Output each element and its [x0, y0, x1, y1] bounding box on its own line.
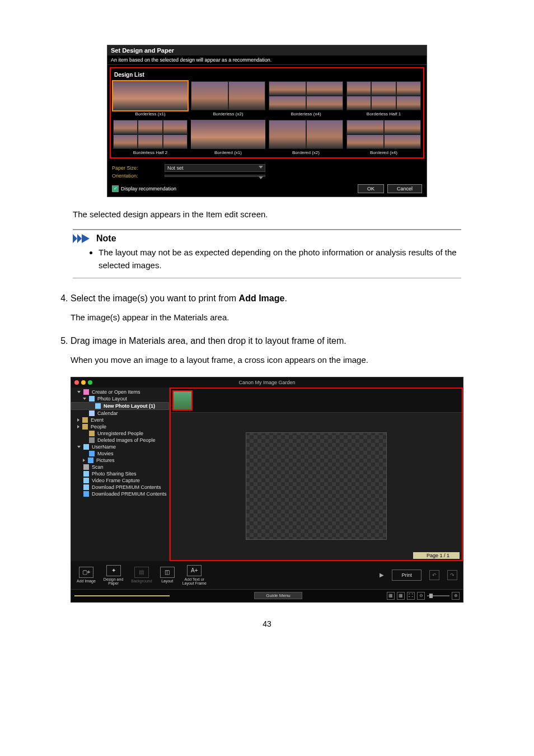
toolbar-label: Add Image: [77, 579, 96, 583]
app-title: Canon My Image Garden: [71, 380, 463, 385]
checkmark-icon: ✓: [112, 185, 119, 192]
sidebar-item[interactable]: People: [71, 423, 169, 430]
toolbar-label: Background: [131, 579, 152, 583]
layout-icon: ◫: [160, 567, 175, 578]
sidebar-item[interactable]: Unregistered People: [71, 430, 169, 437]
video-icon: [83, 478, 89, 483]
zoom-in-icon[interactable]: ⊕: [452, 592, 460, 600]
paper-size-select[interactable]: Not set: [165, 164, 265, 172]
step-4-sub: The image(s) appear in the Materials are…: [71, 311, 500, 324]
sidebar-item-label: Photo Sharing Sites: [92, 471, 137, 477]
chevron-right-icon: [77, 425, 79, 428]
paper-size-label: Paper Size:: [112, 165, 162, 171]
sidebar-item[interactable]: New Photo Layout (1): [71, 402, 169, 410]
chevron-right-icon: [83, 459, 85, 462]
undo-icon[interactable]: ↶: [429, 570, 439, 580]
person-icon: [89, 431, 95, 436]
design-label: Borderless Half 2: [113, 150, 188, 155]
sidebar-item-label: Movies: [97, 451, 114, 456]
sidebar-item[interactable]: Photo Layout: [71, 395, 169, 402]
main-area: Page 1 / 1: [170, 388, 463, 561]
design-option[interactable]: Bordered (x4): [346, 120, 421, 155]
design-label: Bordered (x1): [191, 150, 265, 155]
note-arrows-icon: [73, 234, 93, 243]
sidebar-item-label: Unregistered People: [97, 431, 143, 436]
sidebar-item[interactable]: Scan: [71, 464, 169, 470]
design-thumb: [113, 120, 188, 149]
sidebar-item[interactable]: Pictures: [71, 457, 169, 464]
sidebar-item-label: Download PREMIUM Contents: [92, 484, 161, 490]
design-option[interactable]: Borderless Half 1: [346, 81, 421, 116]
clock-icon: [82, 417, 88, 423]
design-label: Bordered (x2): [269, 150, 343, 155]
design-thumb: [269, 120, 343, 149]
folder-icon: [89, 451, 95, 456]
svg-marker-0: [73, 234, 77, 243]
instruction-text: The selected design appears in the Item …: [73, 208, 461, 220]
thumb-large-icon[interactable]: ▦: [397, 592, 405, 600]
sidebar-item[interactable]: Downloaded PREMIUM Contents: [71, 491, 169, 497]
design-option[interactable]: Borderless (x2): [191, 81, 265, 116]
sidebar-item[interactable]: Event: [71, 417, 169, 423]
design-option[interactable]: Borderless Half 2: [113, 120, 188, 155]
chevron-down-icon: [77, 391, 81, 393]
step-5-sub: When you move an image to a layout frame…: [71, 353, 500, 366]
app-titlebar: Canon My Image Garden: [71, 377, 463, 388]
design-option[interactable]: Borderless (x1): [113, 81, 188, 116]
cancel-button[interactable]: Cancel: [387, 184, 422, 193]
dialog-subtitle: An item based on the selected design wil…: [107, 55, 427, 65]
print-button[interactable]: Print: [392, 570, 421, 581]
sidebar-item-label: Calendar: [97, 410, 118, 416]
chevron-down-icon: [259, 166, 263, 169]
ok-button[interactable]: OK: [358, 184, 384, 193]
layout-frame[interactable]: [246, 432, 387, 540]
folder-icon: [83, 491, 89, 497]
svg-marker-2: [82, 234, 90, 243]
toolbar-label: Design andPaper: [104, 577, 123, 585]
material-thumb[interactable]: [172, 390, 193, 410]
toolbar-image-plus-button[interactable]: ▢+Add Image: [77, 567, 96, 583]
sidebar-item[interactable]: Movies: [71, 450, 169, 457]
design-label: Borderless Half 1: [346, 111, 421, 116]
design-option[interactable]: Bordered (x2): [269, 120, 343, 155]
display-recommendation-label: Display recommendation: [121, 186, 176, 192]
redo-icon[interactable]: ↷: [447, 570, 457, 580]
toolbar-label: Layout: [161, 579, 173, 583]
thumb-small-icon[interactable]: ▦: [387, 592, 395, 600]
bg-icon: ▤: [134, 567, 149, 578]
canvas: Page 1 / 1: [171, 413, 462, 560]
dialog-title: Set Design and Paper: [107, 45, 427, 55]
step-4: Select the image(s) you want to print fr…: [71, 292, 500, 324]
toolbar-text-frame-button[interactable]: A+Add Text orLayout Frame: [182, 565, 207, 585]
fit-icon[interactable]: ⛶: [407, 592, 415, 600]
page-number: 43: [34, 619, 500, 628]
sidebar-item-label: People: [91, 424, 106, 430]
guide-menu-button[interactable]: Guide Menu: [254, 592, 302, 599]
sidebar-item-label: New Photo Layout (1): [104, 403, 155, 409]
toolbar-layout-button[interactable]: ◫Layout: [160, 567, 175, 583]
design-icon: ✦: [106, 565, 121, 576]
sidebar-item[interactable]: Calendar: [71, 410, 169, 417]
sidebar-item[interactable]: Download PREMIUM Contents: [71, 484, 169, 491]
computer-icon: [83, 444, 89, 450]
display-recommendation-checkbox[interactable]: ✓ Display recommendation: [112, 185, 176, 192]
sidebar: Create or Open ItemsPhoto LayoutNew Phot…: [71, 388, 170, 561]
expand-icon[interactable]: ▶: [380, 572, 384, 578]
orientation-select[interactable]: [165, 175, 265, 177]
design-option[interactable]: Bordered (x1): [191, 120, 265, 155]
toolbar-design-button[interactable]: ✦Design andPaper: [104, 565, 123, 585]
sidebar-item-label: Create or Open Items: [92, 389, 140, 395]
design-option[interactable]: Borderless (x4): [269, 81, 343, 116]
my-image-garden-app: Canon My Image Garden Create or Open Ite…: [71, 377, 463, 603]
zoom-out-icon[interactable]: ⊖: [417, 592, 425, 600]
svg-marker-1: [77, 234, 82, 243]
chevron-down-icon: [77, 446, 81, 448]
sidebar-item[interactable]: Video Frame Capture: [71, 477, 169, 484]
sidebar-item[interactable]: UserName: [71, 444, 169, 450]
sidebar-item[interactable]: Create or Open Items: [71, 389, 169, 395]
sidebar-item[interactable]: Photo Sharing Sites: [71, 470, 169, 477]
image-plus-icon: ▢+: [79, 567, 93, 578]
sidebar-item[interactable]: Deleted Images of People: [71, 437, 169, 444]
step-5: Drag image in Materials area, and then d…: [71, 334, 500, 367]
zoom-slider[interactable]: [427, 595, 449, 596]
